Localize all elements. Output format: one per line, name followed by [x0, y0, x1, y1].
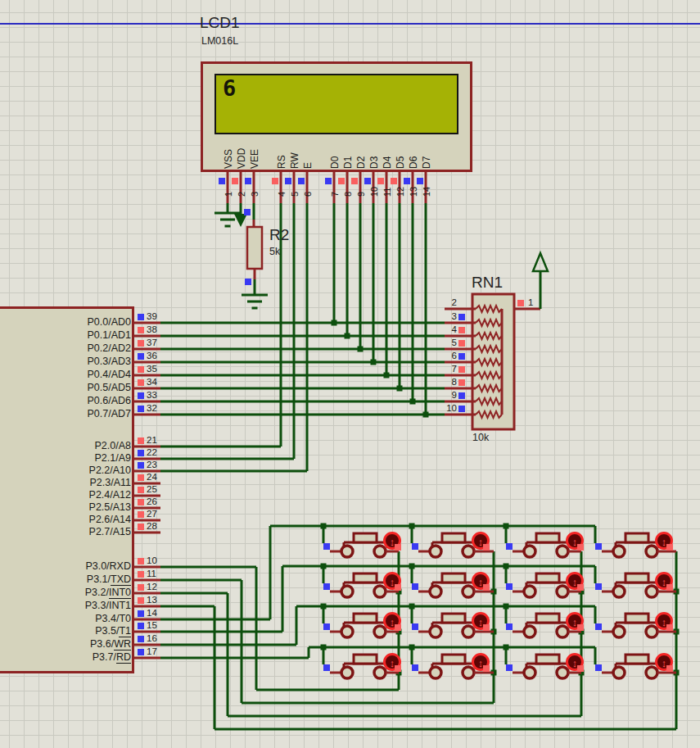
rn1-pin-number: 5	[440, 338, 457, 347]
button-terminal	[374, 626, 386, 637]
junction-dot	[423, 412, 429, 418]
lcd-pin-name: VEE	[249, 149, 260, 169]
r2-ref-label: R2	[269, 226, 289, 244]
keypad-button-r1c4-arrow-icon[interactable]: ↕	[662, 536, 667, 548]
button-left-pin-indicator	[323, 664, 330, 671]
red-pin-indicator	[138, 379, 144, 386]
button-terminal	[524, 626, 535, 637]
lcd-pin-name: D2	[355, 156, 367, 169]
lcd-pin-number: 2	[237, 192, 246, 197]
blue-pin-indicator	[458, 314, 465, 320]
junction-dot	[345, 333, 350, 339]
mcu-pin-name-barred: WR	[114, 638, 131, 651]
mcu-pin-number: 33	[147, 390, 157, 400]
lcd-part-label: LM016L	[201, 35, 238, 47]
keypad-button-r3c3-arrow-icon[interactable]: ↕	[572, 616, 578, 628]
blue-pin-indicator	[219, 178, 225, 184]
mcu-pin-name-barred: T1	[119, 625, 131, 637]
vdd-power-arrow-down	[234, 214, 247, 227]
mcu-pin-number: 27	[147, 509, 157, 519]
junction-dot	[410, 399, 416, 405]
button-right-pin-indicator	[483, 584, 490, 591]
mcu-pin-name-text: P0.1/AD1	[87, 329, 131, 341]
button-right-pin-indicator	[666, 544, 673, 551]
mcu-pin-number: 34	[147, 377, 157, 387]
keypad-button-r3c1-arrow-icon[interactable]: ↕	[390, 616, 395, 628]
rn1-pin-number: 4	[440, 324, 457, 334]
mcu-pin-number: 23	[147, 460, 157, 469]
lcd-pin-number: 14	[422, 187, 431, 197]
button-cap	[536, 533, 559, 542]
blue-pin-indicator	[298, 178, 305, 184]
button-terminal	[463, 546, 474, 557]
lcd-pin-name: D7	[421, 156, 432, 169]
button-left-pin-indicator	[506, 583, 513, 590]
mcu-pin-number: 14	[147, 608, 157, 618]
rn1-pin-number: 2	[440, 297, 457, 307]
rn1-pin-number: 10	[440, 403, 457, 413]
red-pin-indicator	[138, 327, 144, 333]
lcd-pin-name: D3	[368, 156, 380, 169]
keypad-button-r4c4-arrow-icon[interactable]: ↕	[662, 657, 667, 669]
keypad-button-r2c4-arrow-icon[interactable]: ↕	[662, 576, 667, 588]
button-terminal	[524, 586, 535, 597]
mcu-pin-number: 39	[147, 311, 157, 321]
blue-pin-indicator	[325, 178, 332, 184]
blue-pin-indicator	[245, 178, 251, 184]
button-cap	[536, 573, 559, 583]
blue-pin-indicator	[138, 392, 144, 399]
button-terminal	[613, 626, 625, 637]
keypad-button-r2c3-arrow-icon[interactable]: ↕	[572, 576, 578, 588]
mcu-pin-number: 10	[147, 555, 157, 565]
mcu-pin-name-text: P2.6/A14	[89, 514, 131, 525]
keypad-button-r4c1-arrow-icon[interactable]: ↕	[390, 657, 395, 669]
keypad-button-r4c3-arrow-icon[interactable]: ↕	[572, 657, 578, 669]
button-terminal	[430, 667, 441, 678]
lcd-pin-name: E	[302, 162, 314, 169]
button-right-pin-indicator	[395, 665, 401, 672]
blue-pin-indicator	[458, 406, 465, 412]
mcu-pin-number: 35	[147, 364, 157, 374]
mcu-pin-number: 11	[147, 569, 156, 578]
button-cap	[536, 614, 559, 623]
keypad-button-r3c4-arrow-icon[interactable]: ↕	[662, 616, 667, 628]
mcu-pin-name: P2.2/A10	[89, 465, 131, 476]
mcu-pin-name: P2.6/A14	[89, 514, 131, 525]
keypad-button-r2c2-arrow-icon[interactable]: ↕	[478, 576, 484, 588]
mcu-pin-name-text: P0.2/AD2	[87, 342, 131, 354]
button-cap	[625, 573, 648, 583]
schematic-canvas: 6 VSS1VDD2VEE3RS4RW5E6D07D18D29D310D411D…	[0, 0, 700, 748]
button-terminal	[557, 626, 568, 637]
keypad-button-r3c2-arrow-icon[interactable]: ↕	[478, 616, 484, 628]
lcd-pin-name: D6	[408, 156, 419, 169]
lcd-pin-number: 10	[369, 187, 379, 197]
button-left-pin-indicator	[595, 664, 602, 671]
mcu-pin-name-text: P0.3/AD3	[87, 356, 131, 367]
mcu-pin-name-barred: INT0	[109, 587, 131, 599]
mcu-pin-number: 22	[147, 447, 157, 457]
lcd-pin-number: 6	[303, 192, 313, 197]
lcd-ref-label: LCD1	[200, 14, 240, 32]
mcu-pin-name: P2.7/A15	[89, 526, 131, 537]
mcu-pin-number: 16	[147, 633, 157, 643]
blue-pin-indicator	[138, 406, 144, 412]
mcu-pin-name-text: P3.5/	[95, 625, 119, 637]
button-terminal	[613, 667, 625, 678]
mcu-pin-name-text: P3.1/	[87, 573, 111, 585]
button-right-pin-indicator	[395, 544, 401, 551]
rn1-ref-label: RN1	[472, 274, 503, 292]
keypad-button-r1c3-arrow-icon[interactable]: ↕	[572, 536, 578, 548]
keypad-button-r1c2-arrow-icon[interactable]: ↕	[478, 536, 484, 548]
keypad-button-r1c1-arrow-icon[interactable]: ↕	[390, 536, 395, 548]
mcu-pin-name: P3.0/RXD	[85, 560, 131, 572]
keypad-button-r4c2-arrow-icon[interactable]: ↕	[478, 657, 484, 669]
button-terminal	[524, 546, 535, 557]
button-left-pin-indicator	[595, 543, 602, 550]
mcu-pin-number: 17	[147, 646, 157, 656]
mcu-pin-name: P0.1/AD1	[87, 329, 131, 341]
red-pin-indicator	[138, 524, 144, 530]
blue-pin-indicator	[138, 649, 144, 655]
mcu-pin-name-text: P0.0/AD0	[87, 316, 131, 328]
junction-dot	[358, 347, 364, 352]
keypad-button-r2c1-arrow-icon[interactable]: ↕	[390, 576, 395, 588]
